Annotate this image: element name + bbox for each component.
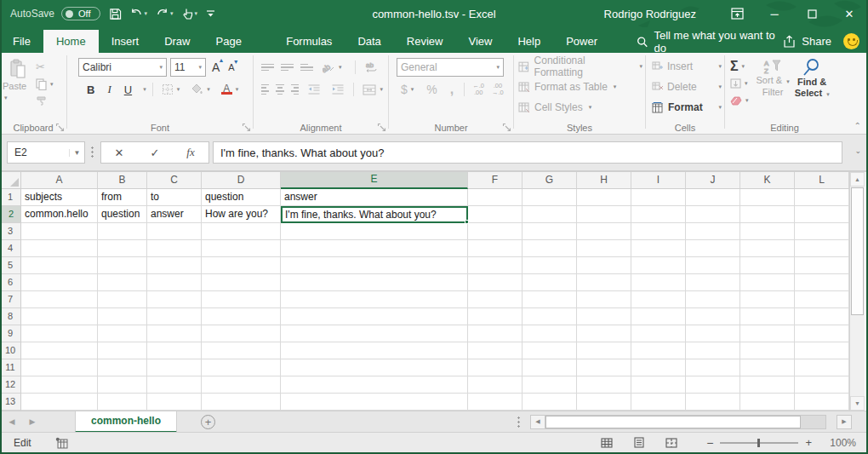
- cell-A5[interactable]: [21, 257, 98, 274]
- cell-E3[interactable]: [281, 223, 468, 240]
- column-header-F[interactable]: F: [468, 172, 523, 189]
- scroll-down-icon[interactable]: ▼: [850, 396, 865, 411]
- tab-insert[interactable]: Insert: [99, 30, 152, 53]
- find-select-button[interactable]: Find & Select ▾: [795, 56, 830, 108]
- column-header-H[interactable]: H: [577, 172, 631, 189]
- row-header-12[interactable]: 12: [0, 376, 21, 394]
- format-cells-button[interactable]: Format▾: [648, 97, 722, 118]
- column-header-E[interactable]: E: [281, 172, 468, 189]
- cell-L8[interactable]: [795, 308, 849, 325]
- cell-K11[interactable]: [740, 359, 795, 376]
- cell-A6[interactable]: [21, 274, 98, 291]
- cell-A9[interactable]: [21, 325, 98, 342]
- cell-J13[interactable]: [686, 394, 740, 411]
- cell-H11[interactable]: [577, 359, 631, 376]
- cell-H4[interactable]: [577, 240, 631, 257]
- tab-page-layout[interactable]: Page Layout: [203, 30, 274, 53]
- tab-review[interactable]: Review: [394, 30, 456, 53]
- redo-caret-icon[interactable]: ▾: [170, 10, 174, 17]
- copy-button[interactable]: ▾: [33, 78, 56, 91]
- cell-I13[interactable]: [631, 394, 686, 411]
- save-button[interactable]: [109, 8, 122, 20]
- merge-center-button[interactable]: ▾: [360, 83, 385, 96]
- cell-I9[interactable]: [631, 325, 686, 342]
- cell-L2[interactable]: [795, 206, 849, 223]
- cell-I11[interactable]: [631, 359, 686, 376]
- alignment-dialog-launcher-icon[interactable]: [377, 123, 386, 132]
- bold-button[interactable]: B: [83, 83, 98, 96]
- cell-D7[interactable]: [202, 291, 281, 308]
- cell-J8[interactable]: [686, 308, 740, 325]
- cell-B2[interactable]: question: [98, 206, 147, 223]
- cell-A12[interactable]: [21, 376, 98, 394]
- row-header-4[interactable]: 4: [0, 240, 21, 257]
- tab-power-pivot[interactable]: Power Pivot: [553, 30, 621, 53]
- cell-G11[interactable]: [523, 359, 577, 376]
- row-header-2[interactable]: 2: [0, 206, 21, 223]
- tab-draw[interactable]: Draw: [151, 30, 203, 53]
- maximize-button[interactable]: [793, 0, 831, 27]
- cell-C3[interactable]: [147, 223, 202, 240]
- cell-B10[interactable]: [98, 342, 147, 359]
- cell-A1[interactable]: subjects: [21, 189, 98, 206]
- cell-F2[interactable]: [468, 206, 523, 223]
- column-header-G[interactable]: G: [523, 172, 577, 189]
- cell-B13[interactable]: [98, 394, 147, 411]
- share-button[interactable]: Share: [783, 35, 831, 48]
- cell-C13[interactable]: [147, 394, 202, 411]
- tab-view[interactable]: View: [455, 30, 505, 53]
- decrease-decimal-button[interactable]: .00→.0: [492, 83, 504, 96]
- select-all-corner[interactable]: [0, 172, 21, 189]
- touch-mode-caret-icon[interactable]: ▾: [195, 10, 198, 17]
- cell-I1[interactable]: [631, 189, 686, 206]
- cell-K5[interactable]: [740, 257, 795, 274]
- top-align-button[interactable]: [261, 62, 274, 73]
- cell-E11[interactable]: [281, 359, 468, 376]
- cell-G5[interactable]: [523, 257, 577, 274]
- cell-A4[interactable]: [21, 240, 98, 257]
- row-header-10[interactable]: 10: [0, 342, 21, 359]
- cell-L12[interactable]: [795, 376, 849, 394]
- cell-J1[interactable]: [686, 189, 740, 206]
- cell-I8[interactable]: [631, 308, 686, 325]
- cell-F5[interactable]: [468, 257, 523, 274]
- cell-B9[interactable]: [98, 325, 147, 342]
- cell-K1[interactable]: [740, 189, 795, 206]
- cell-B12[interactable]: [98, 376, 147, 394]
- cell-G8[interactable]: [523, 308, 577, 325]
- undo-button[interactable]: ▾: [130, 8, 148, 20]
- enter-entry-button[interactable]: ✓: [137, 147, 173, 159]
- cell-E9[interactable]: [281, 325, 468, 342]
- cell-B6[interactable]: [98, 274, 147, 291]
- row-header-8[interactable]: 8: [0, 308, 21, 325]
- cell-F13[interactable]: [468, 394, 523, 411]
- user-name[interactable]: Rodrigo Rodriguez: [604, 8, 696, 20]
- cell-C1[interactable]: to: [147, 189, 202, 206]
- cell-D3[interactable]: [202, 223, 281, 240]
- page-layout-view-button[interactable]: [623, 434, 655, 452]
- cell-F8[interactable]: [468, 308, 523, 325]
- cell-C4[interactable]: [147, 240, 202, 257]
- tab-data[interactable]: Data: [345, 30, 393, 53]
- tab-formulas[interactable]: Formulas: [273, 30, 345, 53]
- cell-D11[interactable]: [202, 359, 281, 376]
- row-header-11[interactable]: 11: [0, 359, 21, 376]
- tell-me-search[interactable]: Tell me what you want to do: [637, 30, 783, 53]
- cell-A10[interactable]: [21, 342, 98, 359]
- cell-H8[interactable]: [577, 308, 631, 325]
- cell-D8[interactable]: [202, 308, 281, 325]
- cell-A2[interactable]: common.hello: [21, 206, 98, 223]
- column-header-J[interactable]: J: [686, 172, 740, 189]
- cell-J7[interactable]: [686, 291, 740, 308]
- cell-K2[interactable]: [740, 206, 795, 223]
- cell-C12[interactable]: [147, 376, 202, 394]
- cell-G3[interactable]: [523, 223, 577, 240]
- column-header-B[interactable]: B: [98, 172, 147, 189]
- ribbon-display-options-button[interactable]: [718, 0, 756, 27]
- customize-qat-button[interactable]: [206, 9, 215, 19]
- cell-G4[interactable]: [523, 240, 577, 257]
- cell-I5[interactable]: [631, 257, 686, 274]
- cell-F12[interactable]: [468, 376, 523, 394]
- cell-F7[interactable]: [468, 291, 523, 308]
- format-painter-button[interactable]: [33, 95, 56, 107]
